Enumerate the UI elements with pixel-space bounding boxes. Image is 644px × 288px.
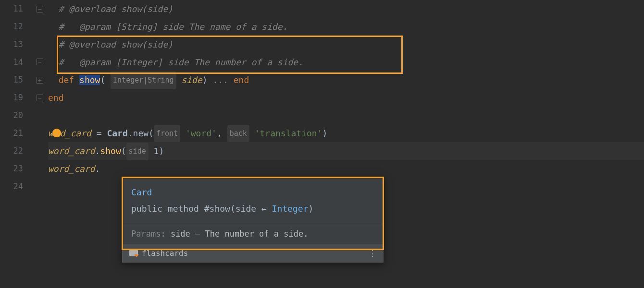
popup-type: Integer (272, 204, 309, 214)
keyword-end: end (48, 93, 64, 103)
inline-param-hint: side (126, 143, 149, 160)
code-line[interactable]: wd_card = Card.new(front 'word', back 't… (48, 124, 644, 142)
lightbulb-icon[interactable] (52, 129, 61, 137)
folder-icon (129, 250, 138, 256)
comment-text: # @param [String] side The name of a sid… (59, 22, 288, 32)
line-number-gutter: 11 12 13 14 15 19 20 21 22 23 24 (0, 0, 34, 288)
comment-text: # @overload show(side) (59, 4, 173, 14)
comment-text: # @param [Integer] side The number of a … (59, 57, 303, 67)
string-literal: 'translation' (255, 128, 322, 138)
popup-body: Card public method #show(side ← Integer) (123, 178, 383, 223)
fold-toggle-icon[interactable] (37, 95, 43, 101)
comment-text: # @overload show(side) (59, 39, 173, 49)
keyword-end: end (234, 75, 249, 85)
line-number: 15 (0, 71, 34, 89)
method-name: show (79, 75, 100, 85)
popup-params-label: Params: (131, 229, 171, 239)
popup-method-sig: #show(side ← (204, 204, 272, 214)
line-number: 12 (0, 18, 34, 36)
line-number: 13 (0, 36, 34, 53)
local-variable: word_card (48, 146, 95, 156)
string-literal: 'word' (186, 128, 217, 138)
fold-toggle-icon[interactable] (37, 77, 43, 84)
code-line[interactable]: word_card. (48, 160, 644, 178)
inline-type-hint: Integer|String (111, 72, 176, 89)
line-number: 21 (0, 124, 34, 142)
param-name: side (181, 75, 202, 85)
code-line[interactable] (48, 107, 644, 124)
line-number: 20 (0, 107, 34, 124)
code-line[interactable]: # @param [String] side The name of a sid… (48, 18, 644, 36)
line-number: 19 (0, 89, 34, 107)
number-literal: 1 (154, 146, 159, 156)
inline-param-hint: front (154, 125, 180, 143)
method-call: show (100, 146, 121, 156)
code-line-current[interactable]: word_card.show(side 1) (48, 142, 644, 160)
code-line[interactable]: # @param [Integer] side The number of a … (48, 53, 644, 71)
code-line[interactable]: # @overload show(side) (48, 0, 644, 18)
fold-toggle-icon[interactable] (37, 6, 43, 12)
local-variable: d_card (60, 128, 91, 138)
documentation-popup[interactable]: Card public method #show(side ← Integer)… (122, 177, 384, 263)
line-number: 14 (0, 53, 34, 71)
more-options-icon[interactable]: ⋮ (368, 248, 376, 258)
folded-code[interactable]: ... (212, 75, 233, 85)
line-number: 11 (0, 0, 34, 18)
code-line[interactable]: def show( Integer|String side) ... end (48, 71, 644, 89)
local-variable: word_card (48, 164, 95, 174)
popup-class-name: Card (131, 187, 152, 197)
line-number: 23 (0, 160, 34, 178)
code-line[interactable]: # @overload show(side) (48, 36, 644, 53)
code-line[interactable]: end (48, 89, 644, 107)
class-name: Card (107, 128, 127, 138)
popup-params-text: side — The number of a side. (171, 229, 309, 239)
line-number: 22 (0, 142, 34, 160)
popup-params-section: Params: side — The number of a side. (123, 223, 383, 244)
popup-signature-prefix: public method (131, 204, 204, 214)
line-number: 24 (0, 178, 34, 195)
keyword-def: def (59, 75, 74, 85)
popup-location[interactable]: flashcards (129, 249, 188, 258)
popup-footer: flashcards ⋮ (123, 244, 383, 262)
inline-param-hint: back (227, 125, 249, 143)
fold-column (34, 0, 48, 288)
fold-toggle-icon[interactable] (37, 59, 43, 65)
